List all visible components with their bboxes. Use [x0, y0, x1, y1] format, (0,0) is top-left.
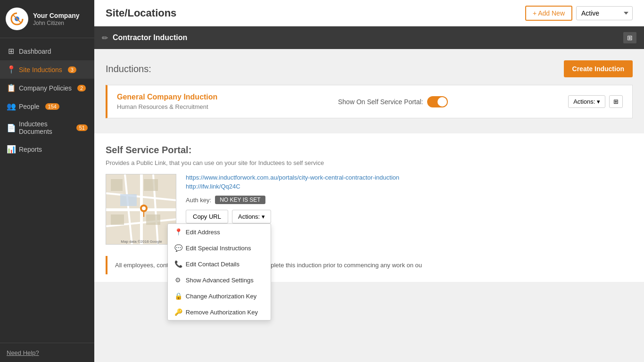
- nav-icon-inductees-documents: 📄: [7, 123, 15, 132]
- dropdown-label-edit-special-instructions: Edit Special Instructions: [186, 245, 251, 252]
- portal-toggle[interactable]: [427, 96, 448, 107]
- induction-portal-toggle: Show On Self Service Portal:: [338, 96, 448, 107]
- edit-section-icon: ✏: [102, 33, 108, 42]
- dropdown-item-show-advanced-settings[interactable]: ⚙ Show Advanced Settings: [168, 272, 271, 288]
- create-induction-button[interactable]: Create Induction: [564, 60, 633, 77]
- ssp-actions: Copy URL Actions: ▾ 📍 Edit Address 💬 Edi…: [186, 210, 633, 223]
- dropdown-label-change-authorization-key: Change Authorization Key: [186, 293, 256, 300]
- content-inner: Inductions: Create Induction General Com…: [94, 49, 644, 133]
- nav-icon-site-inductions: 📍: [7, 65, 15, 74]
- svg-rect-12: [146, 214, 160, 225]
- ssp-title: Self Service Portal:: [106, 145, 633, 156]
- svg-rect-13: [120, 194, 137, 206]
- auth-key-value: NO KEY IS SET: [215, 196, 265, 204]
- ssp-auth: Auth key: NO KEY IS SET: [186, 196, 633, 204]
- sidebar-logo: [6, 8, 28, 30]
- induction-grid-button[interactable]: ⊞: [609, 95, 623, 108]
- nav-badge-inductees-documents: 51: [76, 124, 88, 131]
- sidebar-company-name: Your Company: [33, 11, 80, 20]
- induction-actions-button[interactable]: Actions: ▾: [568, 95, 605, 108]
- ssp-details: https://www.inductforwork.com.au/portals…: [186, 174, 633, 223]
- nav-icon-reports: 📊: [7, 145, 15, 154]
- nav-badge-site-inductions: 3: [68, 66, 76, 73]
- section-header-left: ✏ Contractor Induction: [102, 33, 187, 42]
- svg-text:Map data ©2016 Google: Map data ©2016 Google: [121, 239, 162, 244]
- sidebar-item-people[interactable]: 👥 People 154: [0, 97, 94, 115]
- toggle-slider: [427, 96, 448, 107]
- induction-card-actions: Actions: ▾ ⊞: [568, 95, 623, 108]
- dropdown-icon-edit-address: 📍: [174, 228, 182, 236]
- nav-icon-company-policies: 📋: [7, 83, 15, 92]
- page-title: Site/Locations: [106, 7, 176, 19]
- ssp-url2[interactable]: http://ifw.link/Qq24C: [186, 183, 633, 190]
- sidebar-nav: ⊞ Dashboard 📍 Site Inductions 3 📋 Compan…: [0, 38, 94, 343]
- ssp-map: Map data ©2016 Google: [106, 174, 176, 245]
- dropdown-item-edit-address[interactable]: 📍 Edit Address: [168, 224, 271, 240]
- auth-key-label: Auth key:: [186, 197, 211, 204]
- sidebar-item-reports[interactable]: 📊 Reports: [0, 140, 94, 158]
- ssp-url1[interactable]: https://www.inductforwork.com.au/portals…: [186, 174, 633, 181]
- sidebar: Your Company John Citizen ⊞ Dashboard 📍 …: [0, 0, 94, 362]
- actions-dropdown-button[interactable]: Actions: ▾: [232, 210, 271, 223]
- sidebar-footer: Need Help?: [0, 343, 94, 362]
- inductions-header: Inductions: Create Induction: [106, 60, 633, 77]
- dropdown-icon-edit-special-instructions: 💬: [174, 244, 182, 252]
- svg-rect-10: [144, 179, 158, 191]
- dropdown-icon-change-authorization-key: 🔒: [174, 292, 182, 300]
- actions-dropdown-menu: 📍 Edit Address 💬 Edit Special Instructio…: [167, 223, 271, 321]
- add-new-button[interactable]: + Add New: [525, 6, 572, 21]
- dropdown-item-edit-contact-details[interactable]: 📞 Edit Contact Details: [168, 256, 271, 272]
- ssp-content: Map data ©2016 Google https://www.induct…: [106, 174, 633, 245]
- topbar-actions: + Add New ActiveInactiveAll: [525, 6, 633, 21]
- topbar: Site/Locations + Add New ActiveInactiveA…: [94, 0, 644, 26]
- sidebar-header: Your Company John Citizen: [0, 0, 94, 38]
- status-select[interactable]: ActiveInactiveAll: [576, 6, 633, 20]
- dropdown-item-remove-authorization-key[interactable]: 🔑 Remove Authorization Key: [168, 304, 271, 320]
- svg-rect-9: [111, 179, 123, 191]
- induction-card-info: General Company Induction Human Resource…: [117, 93, 217, 110]
- show-on-portal-label: Show On Self Service Portal:: [338, 98, 423, 106]
- dropdown-item-change-authorization-key[interactable]: 🔒 Change Authorization Key: [168, 288, 271, 304]
- induction-card: General Company Induction Human Resource…: [106, 85, 633, 118]
- nav-icon-people: 👥: [7, 102, 15, 111]
- sidebar-user-name: John Citizen: [33, 20, 80, 26]
- dropdown-icon-remove-authorization-key: 🔑: [174, 308, 182, 316]
- self-service-portal-section: Self Service Portal: Provides a Public L…: [94, 133, 644, 256]
- dropdown-label-edit-contact-details: Edit Contact Details: [186, 261, 239, 268]
- content-area: ✏ Contractor Induction ⊞ Inductions: Cre…: [94, 26, 644, 362]
- sidebar-item-inductees-documents[interactable]: 📄 Inductees Documents 51: [0, 115, 94, 140]
- inductions-title: Inductions:: [106, 64, 151, 74]
- nav-label-inductees-documents: Inductees Documents: [19, 120, 71, 135]
- nav-label-dashboard: Dashboard: [19, 48, 51, 55]
- section-grid-button[interactable]: ⊞: [623, 32, 636, 43]
- nav-label-people: People: [19, 103, 40, 110]
- svg-rect-11: [111, 214, 124, 225]
- dropdown-icon-show-advanced-settings: ⚙: [174, 276, 182, 284]
- nav-badge-company-policies: 2: [77, 85, 86, 91]
- nav-label-reports: Reports: [19, 146, 42, 153]
- main-content: Site/Locations + Add New ActiveInactiveA…: [94, 0, 644, 362]
- nav-label-company-policies: Company Policies: [19, 84, 72, 92]
- nav-label-site-inductions: Site Inductions: [19, 66, 62, 74]
- ssp-description: Provides a Public Link, that you can use…: [106, 159, 633, 166]
- sidebar-item-dashboard[interactable]: ⊞ Dashboard: [0, 42, 94, 60]
- sidebar-item-company-policies[interactable]: 📋 Company Policies 2: [0, 79, 94, 97]
- sidebar-company-info: Your Company John Citizen: [33, 11, 80, 26]
- copy-url-button[interactable]: Copy URL: [186, 210, 228, 223]
- induction-sub: Human Resources & Recruitment: [117, 103, 217, 110]
- dropdown-label-show-advanced-settings: Show Advanced Settings: [186, 277, 254, 284]
- section-title: Contractor Induction: [113, 33, 187, 42]
- svg-point-15: [142, 206, 146, 210]
- nav-icon-dashboard: ⊞: [7, 47, 15, 56]
- dropdown-label-edit-address: Edit Address: [186, 229, 220, 236]
- sidebar-item-site-inductions[interactable]: 📍 Site Inductions 3: [0, 60, 94, 79]
- induction-name[interactable]: General Company Induction: [117, 93, 217, 101]
- nav-badge-people: 154: [45, 103, 59, 110]
- actions-dropdown-container: Actions: ▾ 📍 Edit Address 💬 Edit Special…: [232, 210, 271, 223]
- help-link[interactable]: Need Help?: [7, 349, 39, 356]
- dropdown-label-remove-authorization-key: Remove Authorization Key: [186, 309, 258, 316]
- dropdown-item-edit-special-instructions[interactable]: 💬 Edit Special Instructions: [168, 240, 271, 256]
- dropdown-icon-edit-contact-details: 📞: [174, 260, 182, 268]
- section-header: ✏ Contractor Induction ⊞: [94, 26, 644, 49]
